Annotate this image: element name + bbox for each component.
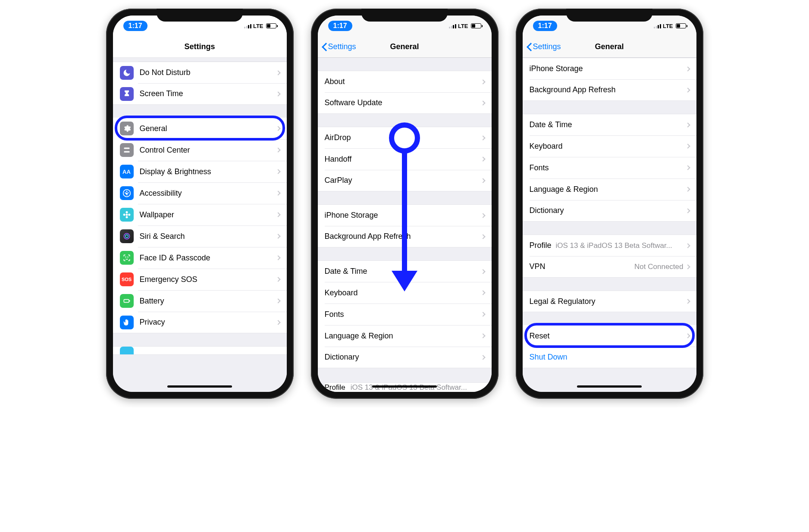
label: Date & Time: [530, 120, 686, 129]
row-wallpaper[interactable]: Wallpaper: [113, 204, 287, 225]
chevron-right-icon: [480, 234, 485, 239]
row-airdrop[interactable]: AirDrop: [318, 127, 492, 148]
chevron-right-icon: [276, 169, 280, 174]
hourglass-icon: [120, 87, 134, 101]
detail: iOS 13 & iPadOS 13 Beta Softwar...: [556, 241, 684, 250]
notch: [157, 9, 243, 22]
chevron-right-icon: [685, 66, 690, 71]
row-emergency-sos[interactable]: SOS Emergency SOS: [113, 269, 287, 290]
chevron-right-icon: [276, 298, 280, 303]
row-profile[interactable]: Profile iOS 13 & iPadOS 13 Beta Softwar.…: [523, 235, 696, 256]
chevron-right-icon: [685, 299, 690, 304]
row-vpn[interactable]: VPN Not Connected: [523, 256, 696, 278]
phone-frame-2: 1:17 LTE Settings General About: [311, 9, 499, 399]
row-language-region[interactable]: Language & Region: [318, 325, 492, 347]
row-keyboard[interactable]: Keyboard: [523, 135, 696, 157]
home-indicator[interactable]: [167, 385, 232, 388]
switches-icon: [120, 143, 134, 157]
chevron-right-icon: [480, 135, 485, 140]
label: Accessibility: [140, 189, 276, 198]
row-screen-time[interactable]: Screen Time: [113, 83, 287, 105]
row-carplay[interactable]: CarPlay: [318, 170, 492, 191]
chevron-right-icon: [480, 156, 485, 161]
row-fonts[interactable]: Fonts: [523, 157, 696, 178]
row-dictionary[interactable]: Dictionary: [318, 347, 492, 368]
label: iPhone Storage: [530, 64, 686, 73]
notch: [566, 9, 652, 22]
svg-point-12: [128, 257, 128, 257]
chevron-right-icon: [276, 70, 280, 75]
accessibility-icon: [120, 186, 134, 200]
battery-icon: [266, 23, 276, 28]
row-fonts[interactable]: Fonts: [318, 304, 492, 325]
back-button[interactable]: Settings: [526, 42, 561, 51]
row-general[interactable]: General: [113, 118, 287, 139]
row-date-time[interactable]: Date & Time: [318, 260, 492, 282]
general-list[interactable]: About Software Update AirDrop Handoff: [318, 58, 492, 392]
row-date-time[interactable]: Date & Time: [523, 114, 696, 135]
svg-point-10: [125, 235, 128, 238]
label: Dictionary: [530, 206, 686, 215]
row-keyboard[interactable]: Keyboard: [318, 282, 492, 304]
screen-2: 1:17 LTE Settings General About: [318, 16, 492, 392]
label: Face ID & Passcode: [140, 253, 276, 263]
row-iphone-storage[interactable]: iPhone Storage: [523, 58, 696, 79]
label: VPN: [530, 262, 635, 271]
text-size-icon: AA: [120, 165, 134, 178]
label: Language & Region: [530, 185, 686, 194]
home-indicator[interactable]: [372, 385, 437, 388]
svg-point-4: [125, 214, 128, 216]
back-button[interactable]: Settings: [321, 42, 356, 51]
moon-icon: [120, 66, 134, 80]
row-iphone-storage[interactable]: iPhone Storage: [318, 204, 492, 226]
home-indicator[interactable]: [577, 385, 642, 388]
row-next-cutoff[interactable]: [113, 346, 287, 355]
row-about[interactable]: About: [318, 71, 492, 92]
svg-rect-1: [124, 151, 129, 153]
row-reset[interactable]: Reset: [523, 325, 696, 347]
label: Display & Brightness: [140, 167, 276, 176]
row-background-app-refresh[interactable]: Background App Refresh: [318, 226, 492, 247]
hand-icon: [120, 316, 134, 329]
row-face-id-passcode[interactable]: Face ID & Passcode: [113, 247, 287, 269]
status-right: LTE: [449, 23, 481, 29]
label: Fonts: [325, 310, 481, 319]
row-language-region[interactable]: Language & Region: [523, 178, 696, 200]
row-privacy[interactable]: Privacy: [113, 312, 287, 333]
row-control-center[interactable]: Control Center: [113, 139, 287, 161]
svg-point-3: [126, 191, 127, 192]
nav-bar: Settings: [113, 36, 287, 58]
label: Background App Refresh: [325, 232, 481, 241]
nav-bar: Settings General: [318, 36, 492, 58]
back-label: Settings: [533, 42, 561, 51]
chevron-right-icon: [480, 100, 485, 105]
label: Date & Time: [325, 267, 481, 276]
row-shut-down[interactable]: Shut Down: [523, 347, 696, 368]
svg-point-6: [125, 216, 128, 218]
row-dictionary[interactable]: Dictionary: [523, 200, 696, 222]
chevron-left-icon: [526, 43, 532, 51]
battery-icon: [120, 294, 134, 308]
row-do-not-disturb[interactable]: Do Not Disturb: [113, 62, 287, 83]
label: Keyboard: [325, 288, 481, 297]
svg-point-11: [125, 257, 126, 257]
label: Privacy: [140, 318, 276, 327]
chevron-right-icon: [276, 191, 280, 195]
row-battery[interactable]: Battery: [113, 290, 287, 312]
chevron-right-icon: [480, 333, 485, 338]
settings-list[interactable]: Do Not Disturb Screen Time: [113, 58, 287, 392]
label: Siri & Search: [140, 232, 276, 241]
chevron-left-icon: [321, 43, 327, 51]
status-right: LTE: [654, 23, 686, 29]
row-handoff[interactable]: Handoff: [318, 148, 492, 170]
row-background-app-refresh[interactable]: Background App Refresh: [523, 79, 696, 101]
row-software-update[interactable]: Software Update: [318, 92, 492, 114]
row-siri-search[interactable]: Siri & Search: [113, 225, 287, 247]
row-legal-regulatory[interactable]: Legal & Regulatory: [523, 291, 696, 312]
back-label: Settings: [328, 42, 356, 51]
row-accessibility[interactable]: Accessibility: [113, 182, 287, 204]
row-display-brightness[interactable]: AA Display & Brightness: [113, 161, 287, 182]
general-list-scrolled[interactable]: iPhone Storage Background App Refresh Da…: [523, 58, 696, 392]
detail: iOS 13 & iPadOS 13 Beta Softwar...: [351, 383, 467, 392]
screen-3: 1:17 LTE Settings General iPhone Storage: [523, 16, 696, 392]
